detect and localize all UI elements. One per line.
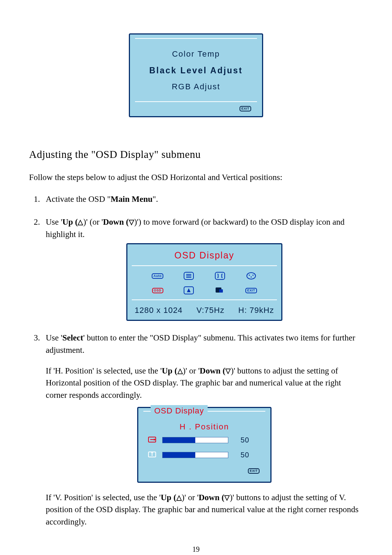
step-3-vpos-text: If 'V. Position' is selected, use the 'U… — [46, 491, 363, 528]
osd-main-menu-panel: OSD Display Auto OS — [126, 243, 282, 321]
menu-item[interactable]: RGB Adjust — [135, 79, 257, 95]
step-3: Use 'Select' button to enter the "OSD Di… — [42, 332, 363, 528]
down-triangle-icon: ▽ — [129, 218, 134, 226]
section-heading: Adjusting the "OSD Display" submenu — [29, 148, 363, 160]
step-3-hpos-text: If 'H. Position' is selected, use the 'U… — [46, 365, 363, 401]
exit-icon[interactable]: EXIT — [246, 286, 257, 294]
v-position-row[interactable]: 50 — [147, 450, 262, 460]
menu-item-selected[interactable]: Black Level Adjust — [135, 62, 257, 79]
page-number: 19 — [29, 545, 363, 554]
panel-title: OSD Display — [151, 405, 208, 417]
step-1: Activate the OSD "Main Menu". — [42, 193, 363, 205]
down-triangle-icon: ▽ — [224, 494, 230, 501]
color-submenu-panel: Color Temp Black Level Adjust RGB Adjust… — [129, 33, 263, 117]
v-position-icon — [147, 452, 157, 458]
menu-icon[interactable] — [183, 272, 194, 280]
status-vfreq: V:75Hz — [196, 305, 224, 316]
svg-point-6 — [249, 275, 250, 276]
section-intro: Follow the steps below to adjust the OSD… — [29, 173, 363, 182]
status-resolution: 1280 x 1024 — [135, 305, 183, 316]
h-position-row[interactable]: 50 — [147, 435, 262, 445]
v-position-value: 50 — [233, 450, 249, 460]
v-position-bar — [162, 452, 228, 458]
svg-point-8 — [250, 277, 252, 278]
osd-icon[interactable]: OSD — [152, 286, 163, 294]
exit-button[interactable]: EXIT — [240, 106, 251, 111]
h-position-icon — [147, 437, 157, 443]
svg-point-7 — [252, 275, 253, 276]
up-triangle-icon: △ — [176, 494, 182, 501]
down-triangle-icon: ▽ — [225, 367, 231, 375]
v-position-fill — [163, 452, 195, 458]
exit-button[interactable]: EXIT — [248, 468, 260, 474]
h-position-value: 50 — [233, 435, 249, 445]
osd-display-submenu-panel: OSD Display H . Position 50 — [137, 407, 271, 483]
svg-point-5 — [247, 273, 256, 279]
panel-title: OSD Display — [132, 249, 277, 262]
up-triangle-icon: △ — [78, 218, 83, 226]
svg-rect-12 — [219, 289, 223, 293]
menu-item[interactable]: Color Temp — [135, 46, 257, 62]
language-icon[interactable] — [215, 286, 225, 294]
svg-rect-4 — [215, 272, 225, 279]
color-icon[interactable] — [246, 272, 257, 280]
steps-list: Activate the OSD "Main Menu". Use 'Up (△… — [29, 193, 363, 528]
status-hfreq: H: 79kHz — [238, 305, 274, 316]
up-triangle-icon: △ — [177, 367, 183, 375]
size-icon[interactable] — [215, 272, 225, 280]
h-position-bar — [162, 437, 228, 443]
h-position-fill — [163, 437, 195, 443]
info-icon[interactable] — [183, 286, 194, 294]
svg-marker-10 — [187, 288, 191, 292]
status-bar: 1280 x 1024 V:75Hz H: 79kHz — [132, 299, 277, 317]
auto-icon[interactable]: Auto — [152, 272, 163, 280]
step-2: Use 'Up (△)' (or 'Down (▽)') to move for… — [42, 216, 363, 321]
selected-item-label: H . Position — [147, 421, 262, 433]
